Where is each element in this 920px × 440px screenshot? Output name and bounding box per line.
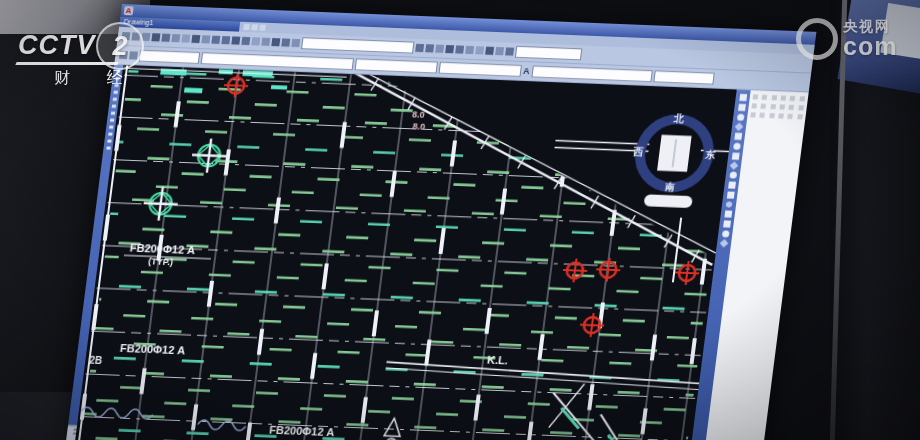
compass-label-south: 南: [664, 181, 675, 192]
restore-icon[interactable]: [251, 24, 258, 30]
drawing-label: FB200Φ12 A: [119, 342, 186, 357]
drawing-label: 8.0: [412, 122, 426, 132]
lineweight-dropdown[interactable]: [531, 66, 652, 83]
toolbar-combo[interactable]: [515, 46, 582, 61]
linetype-dropdown[interactable]: [438, 62, 521, 77]
highlight-bar: [271, 85, 287, 90]
drawing-label: 8.0: [411, 110, 425, 120]
toolbar-combo[interactable]: [301, 37, 414, 53]
autocad-app-icon: A: [124, 6, 134, 15]
cntv-logo-ring: [796, 18, 838, 60]
text-style-icon[interactable]: A: [523, 66, 531, 76]
cntv-name-text: 央视网: [843, 19, 897, 33]
drawing-label: FB200Φ12 A: [129, 242, 196, 257]
drawing-label: K.L.: [486, 354, 508, 367]
titleblock-pill: [643, 194, 692, 208]
layer-name-dropdown[interactable]: [201, 52, 354, 70]
cntv-domain-text: com: [843, 34, 897, 59]
color-dropdown[interactable]: [355, 58, 438, 73]
toolbar-icon-group[interactable]: [415, 44, 514, 56]
plotstyle-dropdown[interactable]: [653, 70, 714, 84]
document-window-buttons[interactable]: [243, 24, 266, 31]
cctv-channel-badge: 2: [96, 22, 144, 70]
minimize-icon[interactable]: [243, 24, 250, 30]
cad-canvas[interactable]: 北南西东FB200Φ12 A(TYP.)FB200Φ12 A2BFB200Φ12…: [75, 65, 737, 440]
close-icon[interactable]: [259, 25, 266, 31]
tool-palette-grid[interactable]: [750, 94, 805, 119]
compass-label-west: 西: [632, 147, 644, 158]
cctv-brand-text: CCTV: [18, 30, 96, 61]
tv-frame-photo: A Drawing1 A: [0, 0, 920, 440]
drawing-label: 2B: [89, 355, 103, 366]
compass-label-east: 东: [704, 150, 716, 161]
cctv-watermark: CCTV 2 财 经: [14, 24, 214, 114]
drawing-label: (TYP.): [148, 256, 174, 267]
cntv-watermark: 央视网 com: [796, 18, 897, 60]
cctv-channel-number: 2: [112, 31, 127, 62]
cctv-channel-name: 财 经: [54, 68, 138, 89]
drawing-label: FB200Φ12 A: [269, 423, 336, 438]
